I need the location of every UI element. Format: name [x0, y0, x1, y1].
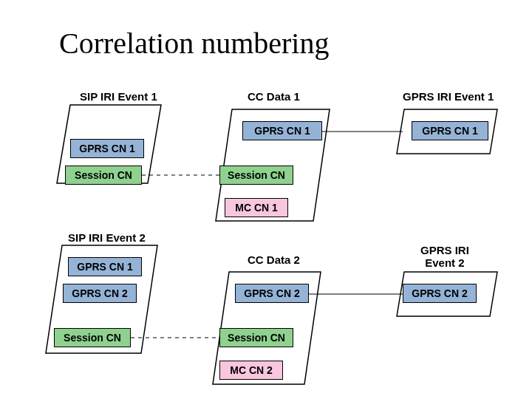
label-gprs1: GPRS IRI Event 1 — [403, 90, 494, 103]
label-sip1: SIP IRI Event 1 — [80, 90, 157, 103]
diagram-canvas: Correlation numbering SIP IRI Event 1 GP… — [0, 0, 532, 399]
box-session-cn-a: Session CN — [65, 166, 142, 185]
box-session-cn-c: Session CN — [54, 328, 131, 347]
label-gprs2: GPRS IRI Event 2 — [420, 244, 469, 269]
box-gprs-cn-2-a: GPRS CN 2 — [63, 284, 137, 303]
box-session-cn-d: Session CN — [219, 328, 293, 347]
label-cc2: CC Data 2 — [248, 253, 300, 266]
box-gprs-cn-2-b: GPRS CN 2 — [235, 284, 309, 303]
box-mc-cn-1: MC CN 1 — [225, 198, 288, 217]
label-sip2: SIP IRI Event 2 — [68, 231, 146, 244]
box-gprs-cn-1-b: GPRS CN 1 — [242, 121, 322, 140]
box-gprs-cn-1-a: GPRS CN 1 — [70, 139, 144, 158]
box-gprs-cn-2-c: GPRS CN 2 — [403, 284, 477, 303]
box-gprs-cn-1-c: GPRS CN 1 — [412, 121, 488, 140]
box-gprs-cn-1-d: GPRS CN 1 — [68, 257, 142, 276]
box-mc-cn-2: MC CN 2 — [219, 361, 283, 380]
box-session-cn-b: Session CN — [219, 166, 293, 185]
label-cc1: CC Data 1 — [248, 90, 300, 103]
